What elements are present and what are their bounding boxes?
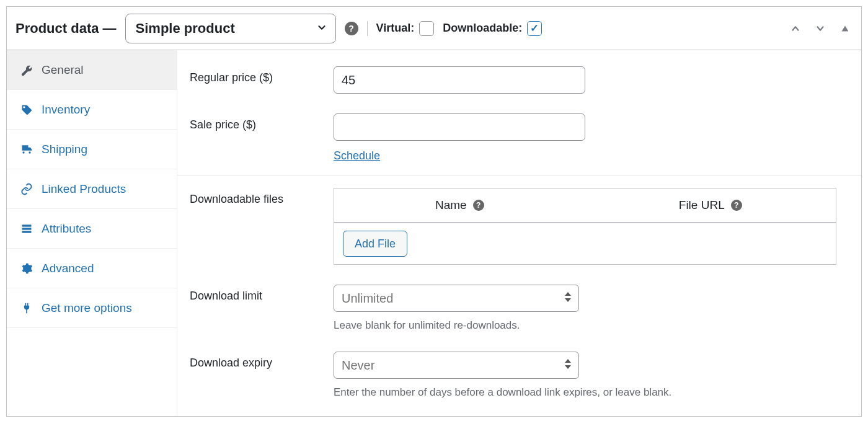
- tab-content-general: Regular price ($) Sale price ($) Schedul…: [177, 50, 861, 416]
- product-data-panel: Product data — Simple product ? Virtual:…: [6, 6, 862, 417]
- gear-icon: [20, 262, 33, 275]
- add-file-button[interactable]: Add File: [343, 231, 407, 257]
- panel-body: General Inventory Shipping: [7, 50, 861, 416]
- row-sale-price: Sale price ($) Schedule: [177, 104, 861, 172]
- downloadable-checkbox[interactable]: ✓: [527, 21, 542, 36]
- download-expiry-help: Enter the number of days before a downlo…: [334, 386, 849, 399]
- download-expiry-label: Download expiry: [190, 352, 334, 370]
- help-icon[interactable]: ?: [473, 200, 484, 211]
- download-limit-help: Leave blank for unlimited re-downloads.: [334, 319, 849, 332]
- panel-title: Product data —: [16, 20, 117, 37]
- product-type-select-wrap: Simple product: [125, 14, 336, 43]
- panel-header-controls: [788, 21, 852, 36]
- files-col-name: Name ?: [334, 198, 585, 212]
- tab-attributes[interactable]: Attributes: [7, 209, 177, 249]
- virtual-label: Virtual:: [376, 22, 415, 35]
- tab-label: Linked Products: [42, 182, 126, 196]
- download-limit-input[interactable]: [334, 285, 579, 312]
- separator: [367, 21, 368, 36]
- tab-label: General: [42, 63, 84, 77]
- toggle-panel-icon[interactable]: [838, 21, 852, 36]
- tab-label: Attributes: [42, 222, 91, 236]
- tab-label: Shipping: [42, 143, 87, 156]
- svg-marker-0: [842, 25, 849, 31]
- plug-icon: [20, 302, 33, 314]
- wrench-icon: [20, 64, 33, 76]
- link-icon: [20, 183, 33, 195]
- tag-icon: [20, 104, 33, 116]
- virtual-checkbox[interactable]: ✓: [419, 21, 434, 36]
- tab-general[interactable]: General: [7, 50, 177, 90]
- svg-rect-1: [22, 224, 32, 226]
- downloadable-files-label: Downloadable files: [190, 188, 334, 206]
- product-data-tabs: General Inventory Shipping: [7, 50, 177, 416]
- row-download-expiry: Download expiry Enter the number of days…: [177, 342, 861, 409]
- divider: [177, 175, 861, 175]
- files-col-url: File URL ?: [585, 198, 836, 212]
- row-downloadable-files: Downloadable files Name ? File URL ?: [177, 178, 861, 275]
- row-download-limit: Download limit Leave blank for unlimited…: [177, 275, 861, 342]
- svg-rect-2: [22, 228, 32, 229]
- move-up-icon[interactable]: [788, 21, 803, 36]
- downloadable-label: Downloadable:: [443, 22, 522, 35]
- tab-shipping[interactable]: Shipping: [7, 130, 177, 169]
- download-limit-label: Download limit: [190, 285, 334, 303]
- tab-label: Get more options: [42, 301, 132, 315]
- help-icon[interactable]: ?: [345, 22, 358, 35]
- sale-price-input[interactable]: [334, 113, 585, 141]
- tab-label: Inventory: [42, 103, 90, 117]
- panel-header: Product data — Simple product ? Virtual:…: [7, 7, 861, 50]
- downloadable-checkbox-group[interactable]: Downloadable: ✓: [443, 21, 542, 36]
- tab-linked-products[interactable]: Linked Products: [7, 169, 177, 209]
- downloadable-files-table: Name ? File URL ? Add File: [334, 188, 836, 265]
- move-down-icon[interactable]: [813, 21, 828, 36]
- truck-icon: [20, 143, 33, 156]
- list-icon: [20, 223, 33, 235]
- svg-rect-3: [22, 231, 32, 233]
- tab-label: Advanced: [42, 262, 94, 275]
- sale-price-label: Sale price ($): [190, 113, 334, 131]
- product-type-select[interactable]: Simple product: [125, 14, 336, 43]
- tab-get-more-options[interactable]: Get more options: [7, 288, 177, 328]
- tab-advanced[interactable]: Advanced: [7, 249, 177, 288]
- files-table-head: Name ? File URL ?: [334, 189, 836, 223]
- files-table-foot: Add File: [334, 223, 836, 264]
- tab-inventory[interactable]: Inventory: [7, 90, 177, 130]
- help-icon[interactable]: ?: [731, 200, 742, 211]
- download-expiry-input[interactable]: [334, 352, 579, 379]
- schedule-link[interactable]: Schedule: [334, 149, 380, 162]
- virtual-checkbox-group[interactable]: Virtual: ✓: [376, 21, 435, 36]
- regular-price-input[interactable]: [334, 66, 585, 94]
- row-regular-price: Regular price ($): [177, 56, 861, 104]
- regular-price-label: Regular price ($): [190, 66, 334, 84]
